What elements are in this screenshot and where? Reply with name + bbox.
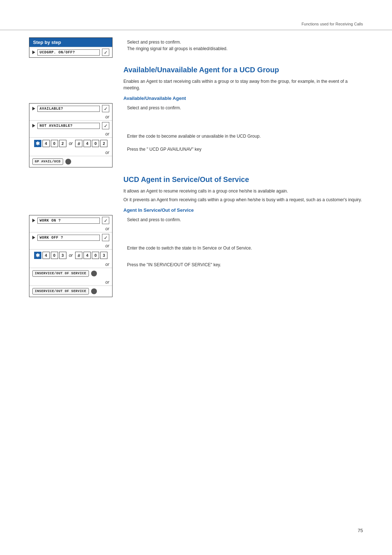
or-7: or — [29, 279, 112, 285]
ucd-section-title: UCD Agent in Service/Out of Service — [123, 175, 363, 184]
key-4-3: 4 — [42, 252, 50, 259]
key-0-3: 0 — [51, 252, 58, 259]
available-box: AVAILABLE? ✓ or NOT AVAILABLE? ✓ or ✱ 4 … — [29, 103, 113, 167]
ucdgrp-check: ✓ — [102, 49, 109, 56]
play-icon-work-on — [32, 219, 35, 222]
or-4: or — [29, 226, 112, 232]
ucdgrp-row: UCDGRP. ON/OFF? ✓ — [29, 47, 112, 57]
star-key-403: ✱ — [34, 252, 41, 259]
work-box: WORK ON ? ✓ or WORK OFF ? ✓ or ✱ 4 0 3 — [29, 215, 113, 297]
inservice-circle-2 — [91, 288, 97, 294]
code-402-row: ✱ 4 0 2 or # 4 0 2 — [29, 137, 112, 149]
inservice-key-row-2: INSERVICE/OUT OF SERVICE — [29, 285, 112, 297]
ucd-section-desc1: It allows an Agent to resume receiving c… — [123, 188, 363, 194]
header-text: Functions used for Receiving Calls — [302, 22, 363, 26]
or-6: or — [29, 261, 112, 268]
or-5: or — [29, 243, 112, 249]
not-available-check: ✓ — [102, 122, 109, 129]
step-box-header: Step by step — [29, 38, 112, 47]
work-on-row: WORK ON ? ✓ — [29, 215, 112, 226]
play-icon-work-off — [32, 236, 35, 239]
gp-key-button: GP AVAIL/UCD — [32, 158, 63, 165]
avail-section-desc: Enables an Agent to start receiving call… — [123, 78, 363, 91]
page-header: Functions used for Receiving Calls — [0, 0, 392, 30]
code-402-desc: Enter the code to become available or un… — [127, 133, 363, 139]
work-on-display: WORK ON ? — [37, 218, 100, 224]
key-3-2: 3 — [100, 252, 107, 259]
work-off-row: WORK OFF ? ✓ — [29, 232, 112, 243]
inservice-key-desc: Press the "IN SERVICE/OUT OF SERVICE" ke… — [127, 262, 363, 268]
star-key: ✱ — [34, 140, 41, 147]
gp-key-row: GP AVAIL/UCD — [29, 156, 112, 167]
key-2-2: 2 — [100, 140, 107, 147]
hash-key-403: # — [75, 252, 82, 259]
hash-key: # — [75, 140, 82, 147]
key-0-4: 0 — [92, 252, 99, 259]
play-icon-available — [32, 107, 35, 110]
key-4-4: 4 — [83, 252, 91, 259]
key-2-1: 2 — [59, 140, 66, 147]
avail-section-title: Available/Unavailable Agent for a UCD Gr… — [123, 65, 363, 74]
or-2: or — [29, 131, 112, 137]
work-off-display: WORK OFF ? — [37, 235, 100, 241]
key-4-1: 4 — [42, 140, 50, 147]
or-1: or — [29, 114, 112, 120]
available-row: AVAILABLE? ✓ — [29, 104, 112, 114]
available-check: ✓ — [102, 105, 109, 112]
gp-circle — [65, 159, 71, 165]
page-number: 75 — [358, 528, 363, 533]
ucdgrp-desc: Select and press to confirm. The ringing… — [127, 39, 363, 52]
ucd-sub-title: Agent In Service/Out of Service — [123, 207, 363, 213]
step-box: Step by step UCDGRP. ON/OFF? ✓ — [29, 37, 113, 58]
key-4-2: 4 — [83, 140, 91, 147]
gp-key-desc: Press the " UCD GP AVAIL/UNAV" key — [127, 146, 363, 153]
key-0-2: 0 — [92, 140, 99, 147]
play-icon-not-available — [32, 124, 35, 127]
code-403-row: ✱ 4 0 3 or # 4 0 3 — [29, 249, 112, 261]
available-select-desc: Select and press to confirm. — [127, 105, 363, 111]
inservice-key-button-1: INSERVICE/OUT OF SERVICE — [32, 270, 89, 277]
not-available-display: NOT AVAILABLE? — [37, 123, 100, 129]
work-on-check: ✓ — [102, 217, 109, 224]
inservice-key-button-2: INSERVICE/OUT OF SERVICE — [32, 288, 89, 295]
avail-sub-title: Available/Unavailable Agent — [123, 96, 363, 101]
key-3-1: 3 — [59, 252, 66, 259]
ucdgrp-display: UCDGRP. ON/OFF? — [37, 49, 100, 56]
or-3: or — [29, 149, 112, 156]
key-0-1: 0 — [51, 140, 58, 147]
work-off-check: ✓ — [102, 234, 109, 241]
inservice-key-row-1: INSERVICE/OUT OF SERVICE — [29, 268, 112, 279]
inservice-circle-1 — [91, 271, 97, 276]
play-icon — [32, 50, 35, 54]
not-available-row: NOT AVAILABLE? ✓ — [29, 120, 112, 131]
work-select-desc: Select and press to confirm. — [127, 216, 363, 223]
ucd-section-desc2: Or it prevents an Agent from receiving c… — [123, 197, 363, 203]
available-display: AVAILABLE? — [37, 106, 100, 112]
code-403-desc: Enter the code to switch the state to In… — [127, 245, 363, 251]
